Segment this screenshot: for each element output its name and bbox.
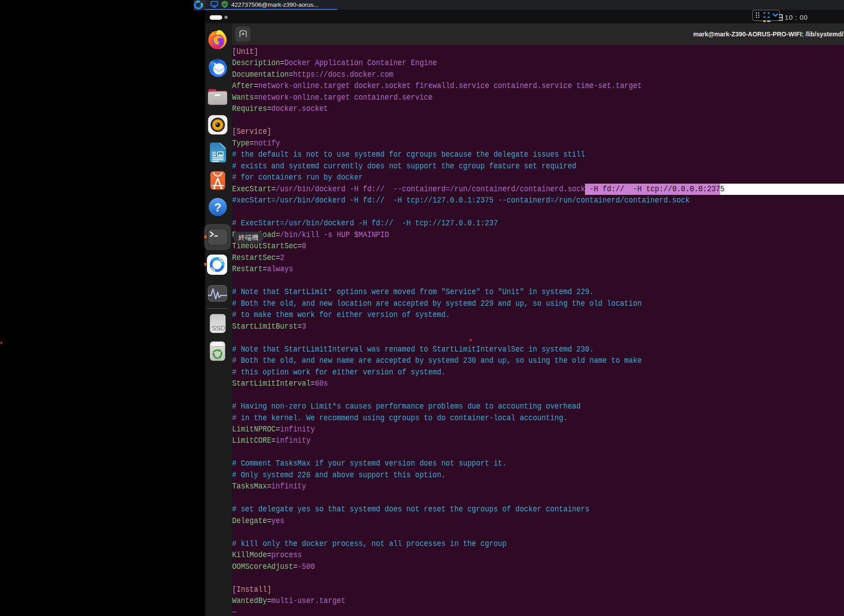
svg-text:SSD: SSD <box>211 324 225 332</box>
svg-text:?: ? <box>214 200 221 214</box>
